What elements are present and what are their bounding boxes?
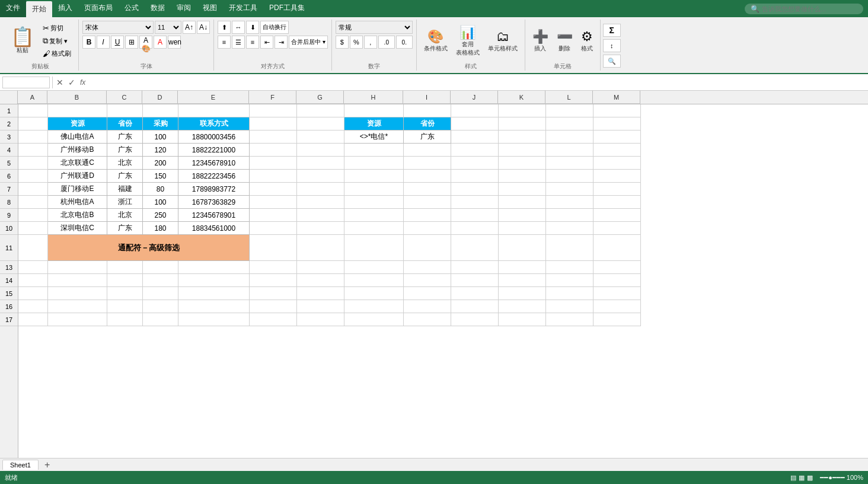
cell-K10[interactable] <box>499 222 546 235</box>
cell-M3[interactable] <box>593 130 641 144</box>
cell-H1[interactable] <box>344 104 404 117</box>
cell-F10[interactable] <box>250 222 297 235</box>
cell-H15[interactable] <box>344 287 404 300</box>
cell-K16[interactable] <box>499 300 546 313</box>
cell-B8[interactable]: 杭州电信A <box>48 196 107 209</box>
row-header-17[interactable]: 17 <box>0 313 18 326</box>
cell-F15[interactable] <box>250 287 297 300</box>
cell-J17[interactable] <box>451 313 499 326</box>
cell-B10[interactable]: 深圳电信C <box>48 222 107 235</box>
cell-E15[interactable] <box>178 287 250 300</box>
col-header-C[interactable]: C <box>107 91 142 104</box>
col-header-B[interactable]: B <box>47 91 107 104</box>
cell-M8[interactable] <box>593 196 641 209</box>
cell-H4[interactable] <box>344 144 404 157</box>
cell-C14[interactable] <box>107 274 143 287</box>
cell-M4[interactable] <box>593 144 641 157</box>
font-size-select[interactable]: 11 <box>155 21 181 34</box>
cell-H14[interactable] <box>344 274 404 287</box>
cell-F11[interactable] <box>250 235 297 261</box>
row-header-7[interactable]: 7 <box>0 183 18 196</box>
cell-I2[interactable]: 省份 <box>404 117 451 130</box>
cell-J11[interactable] <box>451 235 499 261</box>
cell-E17[interactable] <box>178 313 250 326</box>
cell-A5[interactable] <box>18 157 48 170</box>
add-sheet-button[interactable]: + <box>40 458 55 472</box>
cell-B3[interactable]: 佛山电信A <box>48 130 107 144</box>
cell-D4[interactable]: 120 <box>143 144 178 157</box>
menu-item-formula[interactable]: 公式 <box>119 0 145 17</box>
cell-K4[interactable] <box>499 144 546 157</box>
search-input[interactable] <box>762 5 857 12</box>
cell-D1[interactable] <box>143 104 178 117</box>
cell-B7[interactable]: 厦门移动E <box>48 183 107 196</box>
cell-J2[interactable] <box>451 117 499 130</box>
col-header-E[interactable]: E <box>178 91 249 104</box>
cell-K3[interactable] <box>499 130 546 144</box>
find-button[interactable]: 🔍 <box>603 55 621 68</box>
cell-F17[interactable] <box>250 313 297 326</box>
cell-I7[interactable] <box>404 183 451 196</box>
cell-H9[interactable] <box>344 209 404 222</box>
bold-button[interactable]: B <box>82 36 95 49</box>
menu-item-pdf[interactable]: PDF工具集 <box>263 0 311 17</box>
cell-K7[interactable] <box>499 183 546 196</box>
cell-E10[interactable]: 18834561000 <box>178 222 250 235</box>
col-header-A[interactable]: A <box>18 91 47 104</box>
cell-H16[interactable] <box>344 300 404 313</box>
cell-I5[interactable] <box>404 157 451 170</box>
cell-F3[interactable] <box>250 130 297 144</box>
col-header-D[interactable]: D <box>142 91 178 104</box>
cell-L5[interactable] <box>546 157 593 170</box>
col-header-H[interactable]: H <box>344 91 403 104</box>
cell-B14[interactable] <box>48 274 107 287</box>
cell-I1[interactable] <box>404 104 451 117</box>
menu-item-page-layout[interactable]: 页面布局 <box>78 0 119 17</box>
indent-decrease-button[interactable]: ⇤ <box>260 36 273 49</box>
sort-button[interactable]: ↕ <box>603 39 621 52</box>
cell-A2[interactable] <box>18 117 48 130</box>
cell-H5[interactable] <box>344 157 404 170</box>
cell-D7[interactable]: 80 <box>143 183 178 196</box>
row-header-2[interactable]: 2 <box>0 117 18 130</box>
cell-M15[interactable] <box>593 287 641 300</box>
cell-G13[interactable] <box>297 261 344 274</box>
menu-item-data[interactable]: 数据 <box>145 0 171 17</box>
cell-A6[interactable] <box>18 170 48 183</box>
cell-J15[interactable] <box>451 287 499 300</box>
fill-color-button[interactable]: A🎨 <box>139 36 152 49</box>
cell-K1[interactable] <box>499 104 546 117</box>
cell-D17[interactable] <box>143 313 178 326</box>
col-header-M[interactable]: M <box>593 91 640 104</box>
cell-E1[interactable] <box>178 104 250 117</box>
decimal-decrease-button[interactable]: 0. <box>396 36 413 49</box>
cell-F7[interactable] <box>250 183 297 196</box>
cell-M7[interactable] <box>593 183 641 196</box>
cell-C9[interactable]: 北京 <box>107 209 143 222</box>
format-painter-button[interactable]: 🖌格式刷 <box>40 48 74 59</box>
cell-G14[interactable] <box>297 274 344 287</box>
cell-M11[interactable] <box>593 235 641 261</box>
cell-B2[interactable]: 资源 <box>48 117 107 130</box>
cell-K9[interactable] <box>499 209 546 222</box>
formula-input[interactable] <box>89 78 866 87</box>
cell-H13[interactable] <box>344 261 404 274</box>
cell-A15[interactable] <box>18 287 48 300</box>
cell-M9[interactable] <box>593 209 641 222</box>
cell-I17[interactable] <box>404 313 451 326</box>
row-header-13[interactable]: 13 <box>0 261 18 274</box>
cell-E8[interactable]: 16787363829 <box>178 196 250 209</box>
wrap-text-button[interactable]: 自动换行 <box>260 21 289 34</box>
cell-M16[interactable] <box>593 300 641 313</box>
cell-A14[interactable] <box>18 274 48 287</box>
col-header-G[interactable]: G <box>296 91 344 104</box>
cell-reference-input[interactable]: N14 <box>2 77 50 88</box>
cell-L3[interactable] <box>546 130 593 144</box>
cell-L6[interactable] <box>546 170 593 183</box>
cell-C13[interactable] <box>107 261 143 274</box>
decimal-increase-button[interactable]: .0 <box>378 36 395 49</box>
cell-L15[interactable] <box>546 287 593 300</box>
cell-D9[interactable]: 250 <box>143 209 178 222</box>
cell-J4[interactable] <box>451 144 499 157</box>
cell-D10[interactable]: 180 <box>143 222 178 235</box>
